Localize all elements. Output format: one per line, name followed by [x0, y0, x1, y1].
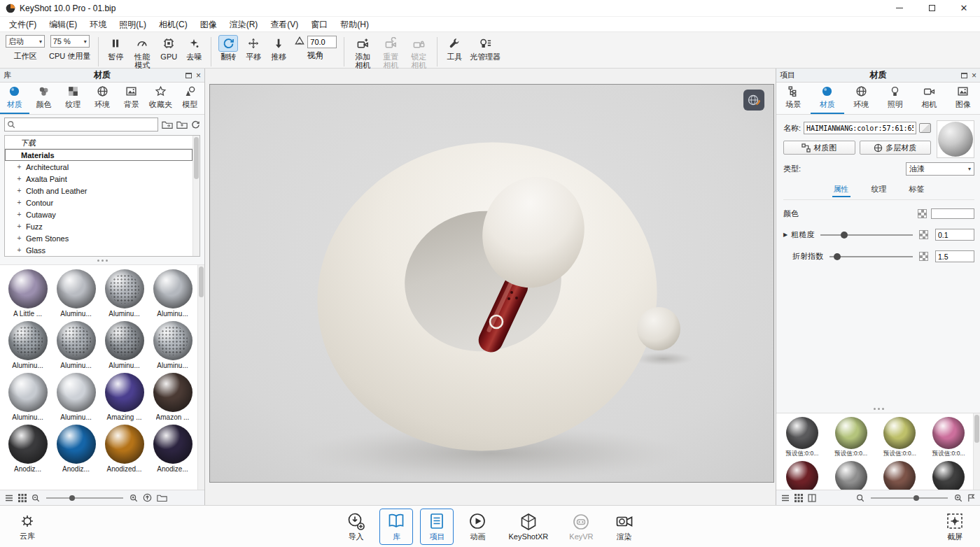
preset-item[interactable]: 预设值:0:0... [830, 417, 873, 458]
expand-icon[interactable]: + [16, 187, 22, 194]
project-dock-button[interactable]: 项目 [420, 509, 454, 545]
preset-item[interactable] [830, 461, 873, 490]
roughness-texture-toggle[interactable] [919, 230, 928, 239]
ior-input[interactable] [935, 250, 974, 262]
subtab-properties[interactable]: 属性 [832, 184, 850, 197]
tree-item[interactable]: Materials [5, 149, 192, 161]
material-thumbnail[interactable]: Aluminu... [6, 321, 50, 369]
preset-item[interactable] [780, 461, 824, 490]
menu-item[interactable]: 文件(F) [3, 17, 43, 32]
folder-shortcut-button[interactable] [157, 493, 167, 502]
tab-models[interactable]: 模型 [175, 83, 204, 114]
gpu-button[interactable]: GPU [157, 35, 181, 62]
menu-item[interactable]: 帮助(H) [334, 17, 375, 32]
tab-lighting[interactable]: 照明 [878, 83, 913, 114]
zoom-out-icon[interactable] [31, 494, 40, 502]
zoom-out-icon[interactable] [856, 494, 864, 502]
expand-icon[interactable]: + [16, 199, 22, 206]
grid-view-button[interactable] [794, 494, 803, 502]
thumbnails-scrollbar[interactable] [197, 265, 204, 490]
material-thumbnail[interactable]: Aluminu... [54, 373, 98, 421]
denoise-button[interactable]: 去噪 [182, 35, 206, 62]
expand-icon[interactable]: + [16, 163, 22, 171]
preset-item[interactable] [927, 461, 970, 490]
performance-mode-button[interactable]: 性能模式 [129, 35, 155, 69]
lock-camera-button[interactable]: 锁定相机 [405, 35, 432, 69]
tumble-button[interactable]: 翻转 [216, 35, 240, 62]
tab-textures[interactable]: 纹理 [58, 83, 88, 114]
zoom-in-icon[interactable] [954, 494, 962, 502]
expand-icon[interactable]: + [16, 175, 22, 183]
add-folder-button[interactable] [176, 120, 188, 129]
presets-scrollbar-thumb[interactable] [974, 415, 979, 443]
screenshot-button[interactable]: 截屏 [938, 509, 972, 545]
environment-rotation-button[interactable] [743, 90, 764, 111]
ior-texture-toggle[interactable] [919, 252, 928, 261]
material-type-dropdown[interactable]: 油漆 ▾ [906, 162, 974, 176]
menu-item[interactable]: 编辑(E) [43, 17, 83, 32]
preset-item[interactable]: 预设值:0:0... [780, 417, 824, 458]
tab-scene[interactable]: 场景 [776, 83, 811, 114]
maximize-button[interactable] [916, 0, 948, 16]
presets-splitter[interactable] [783, 405, 974, 413]
expand-icon[interactable]: + [16, 222, 22, 230]
expand-icon[interactable]: + [16, 234, 22, 242]
material-thumbnail[interactable]: Aluminu... [102, 321, 146, 369]
close-button[interactable]: ✕ [948, 0, 980, 16]
tab-colors[interactable]: 颜色 [29, 83, 59, 114]
import-button[interactable]: 导入 [339, 509, 372, 545]
tab-environment[interactable]: 环境 [844, 83, 878, 114]
reset-camera-button[interactable]: 重置相机 [377, 35, 404, 69]
menu-item[interactable]: 窗口 [304, 17, 334, 32]
material-swatch-icon[interactable] [919, 123, 931, 133]
close-panel-button[interactable]: × [972, 71, 976, 80]
search-input[interactable] [4, 118, 158, 132]
preset-item[interactable]: 预设值:0:0... [878, 417, 922, 458]
grid-view-button[interactable] [18, 494, 27, 502]
add-camera-button[interactable]: 添加相机 [349, 35, 376, 69]
material-thumbnail[interactable]: Anodiz... [6, 425, 50, 473]
menu-item[interactable]: 环境 [83, 17, 113, 32]
menu-item[interactable]: 渲染(R) [223, 17, 265, 32]
library-splitter[interactable] [0, 257, 204, 264]
pause-button[interactable]: 暂停 [104, 35, 127, 62]
list-view-button[interactable] [781, 494, 790, 502]
tree-item[interactable]: + Architectural [5, 161, 192, 173]
material-thumbnail[interactable]: Anodize... [150, 425, 195, 473]
resolution-dropdown[interactable]: 75 %▾ [50, 35, 90, 48]
thumbnails-scrollbar-thumb[interactable] [199, 267, 204, 297]
upload-material-button[interactable] [143, 493, 152, 502]
refresh-button[interactable] [191, 120, 200, 129]
tab-material[interactable]: 材质 [811, 83, 845, 114]
roughness-slider-knob[interactable] [841, 232, 848, 239]
slider-knob[interactable] [69, 495, 75, 501]
fov-input[interactable] [307, 36, 337, 48]
material-thumbnail[interactable]: Aluminu... [102, 269, 146, 318]
roughness-slider[interactable] [820, 231, 913, 239]
roughness-input[interactable] [935, 229, 974, 241]
subtab-labels[interactable]: 标签 [908, 184, 926, 197]
tree-item[interactable]: + Glass [5, 244, 192, 256]
material-thumbnail[interactable]: Amazing ... [102, 373, 146, 421]
tab-materials[interactable]: 材质 [0, 83, 29, 114]
float-panel-button[interactable] [186, 73, 192, 78]
menu-item[interactable]: 照明(L) [113, 17, 153, 32]
keyvr-button[interactable]: KeyVR [562, 509, 600, 544]
pan-button[interactable]: 平移 [241, 35, 265, 62]
material-thumbnail[interactable]: Aluminu... [150, 269, 195, 318]
expand-icon[interactable]: + [16, 246, 22, 254]
tab-favorites[interactable]: 收藏夹 [146, 83, 176, 114]
startup-dropdown[interactable]: 启动▾ [6, 35, 45, 48]
material-thumbnail[interactable]: Aluminu... [150, 321, 195, 369]
tree-item[interactable]: + Axalta Paint [5, 173, 192, 185]
expand-icon[interactable]: + [16, 211, 22, 218]
tree-item[interactable]: 下载 [5, 137, 192, 149]
3d-viewport[interactable] [209, 84, 774, 483]
animation-button[interactable]: 动画 [461, 509, 494, 545]
close-panel-button[interactable]: × [196, 71, 201, 80]
subtab-textures[interactable]: 纹理 [870, 184, 888, 197]
color-swatch[interactable] [931, 208, 974, 219]
preset-size-slider[interactable] [871, 495, 948, 502]
tab-image[interactable]: 图像 [946, 83, 980, 114]
menu-item[interactable]: 相机(C) [153, 17, 194, 32]
